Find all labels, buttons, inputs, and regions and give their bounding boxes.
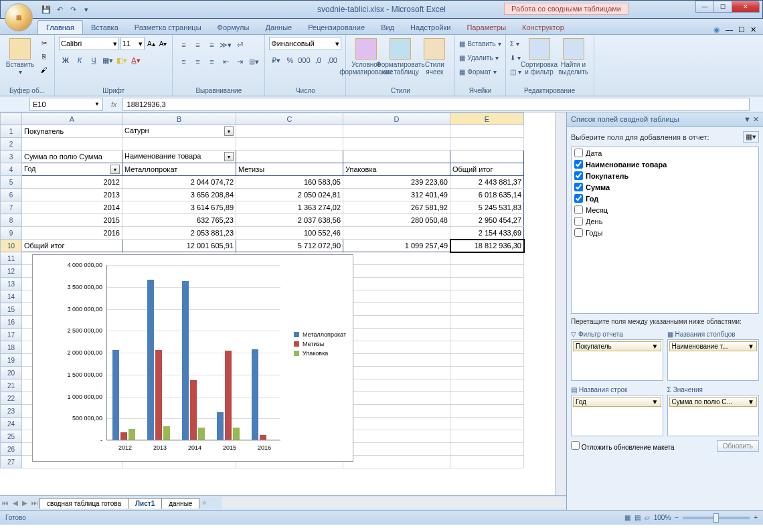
- vals-field-pill[interactable]: Сумма по полю С...▼: [669, 397, 758, 407]
- col-header-c[interactable]: C: [236, 113, 343, 125]
- rows-field-pill[interactable]: Год▼: [573, 397, 661, 407]
- vertical-scrollbar[interactable]: [555, 112, 566, 495]
- zoom-in-icon[interactable]: +: [754, 514, 758, 521]
- close-button[interactable]: ✕: [732, 1, 760, 13]
- field-list-close-icon[interactable]: ✕: [753, 115, 759, 123]
- col-header-b[interactable]: B: [122, 113, 236, 125]
- area-filter-box[interactable]: Покупатель▼: [571, 339, 663, 381]
- tab-nav-prev-icon[interactable]: ◀: [11, 499, 20, 507]
- shrink-font-icon[interactable]: A▾: [158, 40, 169, 48]
- cell-styles-button[interactable]: Стили ячеек: [418, 37, 450, 77]
- field-checkbox[interactable]: Покупатель: [572, 170, 758, 181]
- wrap-text-button[interactable]: ⏎: [233, 38, 246, 52]
- layout-options-icon[interactable]: ▦▾: [743, 131, 759, 143]
- minimize-ribbon-icon[interactable]: —: [726, 25, 733, 34]
- embedded-chart[interactable]: МеталлопрокатМетизыУпаковка -500 000,001…: [32, 254, 353, 462]
- tab-nav-next-icon[interactable]: ▶: [20, 499, 29, 507]
- update-button[interactable]: Обновить: [717, 440, 759, 452]
- tab-home[interactable]: Главная: [37, 20, 83, 34]
- number-format-combo[interactable]: Финансовый▾: [269, 37, 341, 50]
- tab-nav-last-icon[interactable]: ⏭: [29, 499, 40, 507]
- restore-window-icon[interactable]: ☐: [738, 25, 745, 34]
- field-checkbox[interactable]: Дата: [572, 147, 758, 159]
- field-list-dropdown-icon[interactable]: ▼: [744, 115, 751, 123]
- formula-input[interactable]: 18812936,3: [122, 98, 750, 111]
- align-left-icon[interactable]: ≡: [177, 55, 190, 68]
- zoom-out-icon[interactable]: −: [675, 514, 679, 521]
- view-normal-icon[interactable]: ▦: [624, 514, 630, 521]
- help-icon[interactable]: ◉: [713, 25, 720, 34]
- merge-button[interactable]: ⊞▾: [247, 55, 260, 68]
- fx-icon[interactable]: fx: [106, 100, 122, 108]
- find-select-button[interactable]: Найти и выделить: [558, 37, 590, 77]
- field-checkbox[interactable]: Годы: [572, 227, 758, 238]
- tab-insert[interactable]: Вставка: [83, 21, 126, 34]
- save-icon[interactable]: 💾: [41, 4, 52, 15]
- maximize-button[interactable]: ☐: [713, 1, 732, 13]
- tab-view[interactable]: Вид: [373, 21, 402, 34]
- font-name-combo[interactable]: Calibri▾: [59, 37, 119, 50]
- undo-icon[interactable]: ↶: [54, 4, 65, 15]
- delete-cells-button[interactable]: ▦ Удалить ▾: [459, 51, 501, 64]
- indent-dec-icon[interactable]: ⇤: [219, 55, 232, 68]
- field-checkbox[interactable]: День: [572, 215, 758, 227]
- indent-inc-icon[interactable]: ⇥: [233, 55, 246, 68]
- orientation-icon[interactable]: ≫▾: [219, 38, 232, 52]
- cut-icon[interactable]: ✂: [38, 37, 50, 49]
- row-filter-icon[interactable]: ▼: [110, 165, 120, 174]
- minimize-button[interactable]: —: [695, 1, 714, 13]
- format-painter-icon[interactable]: 🖌: [38, 64, 50, 76]
- zoom-slider[interactable]: [683, 517, 750, 519]
- sheet-tab[interactable]: данные: [161, 498, 199, 509]
- worksheet-grid[interactable]: A B C D E 1 Покупатель Сатурн▼ 2 3 Сумма…: [0, 112, 566, 495]
- horizontal-scrollbar[interactable]: [222, 497, 566, 509]
- sheet-tab[interactable]: сводная таблица готова: [39, 498, 129, 509]
- italic-button[interactable]: К: [73, 54, 86, 67]
- active-cell[interactable]: 18 812 936,30: [450, 240, 524, 252]
- align-center-icon[interactable]: ≡: [191, 55, 204, 68]
- bold-button[interactable]: Ж: [59, 54, 72, 67]
- tab-addins[interactable]: Надстройки: [402, 21, 458, 34]
- comma-icon[interactable]: 000: [297, 54, 311, 67]
- font-size-combo[interactable]: 11▾: [120, 37, 145, 50]
- new-sheet-icon[interactable]: ✧: [199, 499, 209, 507]
- filter-dropdown-icon[interactable]: ▼: [224, 126, 234, 136]
- col-filter-icon[interactable]: ▼: [224, 152, 234, 161]
- col-header-a[interactable]: A: [22, 113, 122, 125]
- field-checkbox[interactable]: Месяц: [572, 204, 758, 215]
- area-cols-box[interactable]: Наименование т...▼: [667, 339, 760, 381]
- field-checkbox[interactable]: Наименование товара: [572, 159, 758, 170]
- filter-field-pill[interactable]: Покупатель▼: [573, 341, 661, 351]
- view-break-icon[interactable]: ▱: [645, 514, 650, 521]
- tab-review[interactable]: Рецензирование: [300, 21, 373, 34]
- grow-font-icon[interactable]: A▴: [146, 40, 157, 48]
- inc-decimal-icon[interactable]: ,0: [311, 54, 325, 67]
- office-button[interactable]: ⊞: [5, 3, 33, 31]
- view-layout-icon[interactable]: ▤: [634, 514, 641, 521]
- format-as-table-button[interactable]: Форматировать как таблицу: [384, 37, 416, 77]
- tab-data[interactable]: Данные: [257, 21, 300, 34]
- font-color-button[interactable]: A▾: [129, 54, 143, 67]
- name-box[interactable]: E10▼: [29, 98, 103, 111]
- align-middle-icon[interactable]: ≡: [191, 38, 204, 52]
- area-vals-box[interactable]: Сумма по полю С...▼: [667, 395, 760, 436]
- defer-update-checkbox[interactable]: Отложить обновление макета: [571, 441, 675, 451]
- autosum-icon[interactable]: Σ ▾: [510, 37, 521, 50]
- cell-b1[interactable]: Сатурн▼: [122, 125, 236, 138]
- tab-options[interactable]: Параметры: [458, 21, 514, 34]
- select-all-button[interactable]: [1, 113, 22, 125]
- field-checkbox[interactable]: Год: [572, 193, 758, 204]
- currency-icon[interactable]: ₽▾: [269, 54, 282, 67]
- fill-icon[interactable]: ⬇ ▾: [510, 51, 521, 64]
- clear-icon[interactable]: ◫ ▾: [510, 65, 521, 78]
- cell-a1[interactable]: Покупатель: [22, 125, 122, 138]
- align-top-icon[interactable]: ≡: [177, 38, 190, 52]
- field-checkbox[interactable]: Сумма: [572, 181, 758, 193]
- dec-decimal-icon[interactable]: ,00: [325, 54, 339, 67]
- tab-nav-first-icon[interactable]: ⏮: [0, 499, 11, 507]
- col-header-e[interactable]: E: [450, 113, 524, 125]
- field-list-box[interactable]: Дата Наименование товара Покупатель Сумм…: [571, 147, 759, 314]
- tab-formulas[interactable]: Формулы: [209, 21, 258, 34]
- area-rows-box[interactable]: Год▼: [571, 395, 663, 436]
- format-cells-button[interactable]: ▦ Формат ▾: [459, 65, 501, 78]
